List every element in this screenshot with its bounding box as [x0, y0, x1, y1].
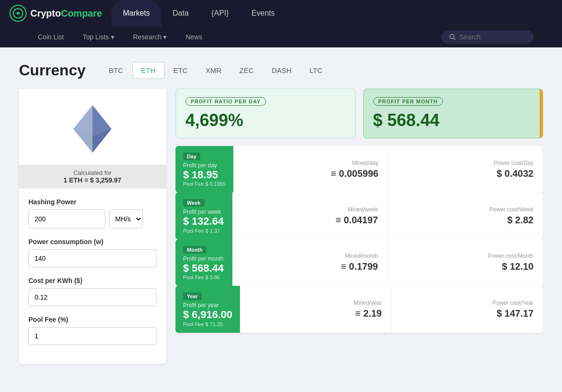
row-period-2: Month [183, 246, 206, 254]
search-box[interactable] [442, 30, 534, 44]
profit-month-value: $ 568.44 [373, 110, 534, 130]
profit-month-card: PROFIT PER MONTH $ 568.44 [363, 89, 544, 138]
row-mined-value-1: ≡ 0.04197 [242, 215, 378, 226]
profit-month-label: PROFIT PER MONTH [373, 97, 443, 106]
row-right-3: Power cost/Year $ 147.17 [392, 286, 543, 332]
tab-dash[interactable]: DASH [263, 62, 301, 79]
left-panel: Calculated for 1 ETH = $ 3,259.97 Hashin… [19, 89, 166, 364]
input-section: Hashing Power MH/s GH/s TH/s Power consu… [19, 189, 166, 364]
profit-ratio-label: PROFIT RATIO PER DAY [185, 97, 266, 106]
row-mined-label-0: Mined/day [243, 160, 378, 166]
row-mid-3: Mined/year ≡ 2.19 [240, 286, 392, 332]
currency-tabs: BTC ETH ETC XMR ZEC DASH LTC [100, 62, 332, 79]
right-panel: PROFIT RATIO PER DAY 4,699% PROFIT PER M… [175, 89, 543, 364]
currency-header: Currency BTC ETH ETC XMR ZEC DASH LTC [19, 62, 543, 79]
row-right-2: Power cost/Month $ 12.10 [388, 239, 543, 286]
row-power-label-3: Power cost/Year [401, 300, 534, 306]
row-label-3: Profit per year [183, 302, 232, 309]
row-power-value-1: $ 2.82 [397, 215, 534, 226]
row-poolfee-2: Pool Fee $ 5.86 [183, 274, 225, 280]
profit-ratio-card: PROFIT RATIO PER DAY 4,699% [175, 89, 356, 138]
row-power-label-2: Power cost/Month [397, 253, 534, 259]
row-profit-3: $ 6,916.00 [183, 309, 232, 321]
cost-per-kwh-input[interactable] [28, 288, 157, 306]
data-row-day: Day Profit per day $ 18.95 Pool Fee $ 0.… [175, 146, 543, 192]
data-rows-container: Day Profit per day $ 18.95 Pool Fee $ 0.… [175, 146, 543, 333]
calc-for: Calculated for 1 ETH = $ 3,259.97 [19, 164, 166, 189]
secondary-navigation: Coin List Top Lists ▾ Research ▾ News [0, 27, 562, 47]
hashing-power-label: Hashing Power [28, 198, 157, 206]
row-mined-label-3: Mined/year [249, 300, 382, 306]
row-mid-0: Mined/day ≡ 0.005996 [233, 146, 388, 192]
row-left-1: Week Profit per week $ 132.64 Pool Fee $… [175, 192, 232, 239]
pool-fee-input[interactable] [28, 327, 157, 345]
row-power-value-2: $ 12.10 [397, 261, 534, 272]
row-mined-value-2: ≡ 0.1799 [242, 261, 378, 272]
sec-nav-coinlist[interactable]: Coin List [28, 27, 73, 47]
card-grid: Calculated for 1 ETH = $ 3,259.97 Hashin… [19, 89, 543, 364]
row-power-value-0: $ 0.4032 [398, 168, 534, 179]
row-period-1: Week [183, 199, 204, 207]
hashing-power-unit-select[interactable]: MH/s GH/s TH/s [109, 210, 143, 228]
eth-logo [71, 103, 114, 155]
svg-line-2 [454, 38, 456, 40]
tab-zec[interactable]: ZEC [230, 62, 263, 79]
sec-nav-research[interactable]: Research ▾ [124, 27, 176, 47]
eth-logo-area [19, 89, 166, 164]
top-stats: PROFIT RATIO PER DAY 4,699% PROFIT PER M… [175, 89, 543, 138]
sec-nav-news[interactable]: News [176, 27, 212, 47]
row-poolfee-1: Pool Fee $ 1.37 [183, 228, 225, 234]
power-consumption-label: Power consumption (w) [28, 238, 157, 246]
row-period-0: Day [183, 153, 200, 160]
nav-item-events[interactable]: Events [240, 0, 286, 27]
top-navigation: CryptoCompare Markets Data {API} Events [0, 0, 562, 27]
row-profit-1: $ 132.64 [183, 215, 225, 228]
row-mined-label-2: Mined/month [242, 253, 378, 259]
search-icon [449, 34, 456, 40]
row-left-3: Year Profit per year $ 6,916.00 Pool Fee… [175, 286, 240, 332]
logo-text-compare: Compare [61, 8, 102, 18]
page-title: Currency [19, 62, 86, 79]
search-input[interactable] [460, 33, 526, 41]
tab-btc[interactable]: BTC [100, 62, 132, 79]
pool-fee-label: Pool Fee (%) [28, 316, 157, 323]
tab-etc[interactable]: ETC [165, 62, 197, 79]
row-label-2: Profit per month [183, 255, 225, 262]
row-power-label-0: Power cost/Day [398, 160, 534, 166]
data-row-month: Month Profit per month $ 568.44 Pool Fee… [175, 239, 543, 286]
row-profit-2: $ 568.44 [183, 262, 225, 274]
nav-item-api[interactable]: {API} [200, 0, 240, 27]
power-consumption-input[interactable] [28, 249, 157, 267]
row-period-3: Year [183, 292, 202, 300]
row-label-1: Profit per week [183, 209, 225, 215]
data-row-week: Week Profit per week $ 132.64 Pool Fee $… [175, 192, 543, 239]
row-mid-2: Mined/month ≡ 0.1799 [232, 239, 388, 286]
tab-ltc[interactable]: LTC [301, 62, 332, 79]
row-left-0: Day Profit per day $ 18.95 Pool Fee $ 0.… [175, 146, 233, 192]
row-right-0: Power cost/Day $ 0.4032 [388, 146, 543, 192]
yellow-indicator [540, 89, 543, 138]
row-poolfee-0: Pool Fee $ 0.1955 [183, 181, 226, 187]
profit-ratio-value: 4,699% [185, 110, 346, 130]
sec-nav-toplists[interactable]: Top Lists ▾ [73, 27, 123, 47]
cost-per-kwh-label: Cost per KWh ($) [28, 277, 157, 284]
row-left-2: Month Profit per month $ 568.44 Pool Fee… [175, 239, 232, 286]
svg-point-1 [450, 35, 454, 39]
eth-price: 1 ETH = $ 3,259.97 [24, 176, 161, 184]
hashing-power-input[interactable] [28, 210, 105, 228]
nav-item-data[interactable]: Data [161, 0, 200, 27]
row-label-0: Profit per day [183, 162, 226, 169]
nav-items: Markets Data {API} Events [111, 0, 553, 27]
tab-xmr[interactable]: XMR [197, 62, 230, 79]
logo-text-crypto: Crypto [30, 8, 61, 18]
logo-icon [9, 5, 27, 22]
logo[interactable]: CryptoCompare [9, 5, 102, 22]
row-right-1: Power cost/Week $ 2.82 [388, 192, 543, 239]
data-row-year: Year Profit per year $ 6,916.00 Pool Fee… [175, 286, 543, 332]
row-mid-1: Mined/week ≡ 0.04197 [232, 192, 388, 239]
row-mined-value-3: ≡ 2.19 [249, 308, 382, 319]
row-poolfee-3: Pool Fee $ 71.35 [183, 321, 232, 327]
nav-item-markets[interactable]: Markets [111, 0, 161, 27]
tab-eth[interactable]: ETH [132, 62, 165, 79]
main-content: Currency BTC ETH ETC XMR ZEC DASH LTC [0, 47, 562, 378]
